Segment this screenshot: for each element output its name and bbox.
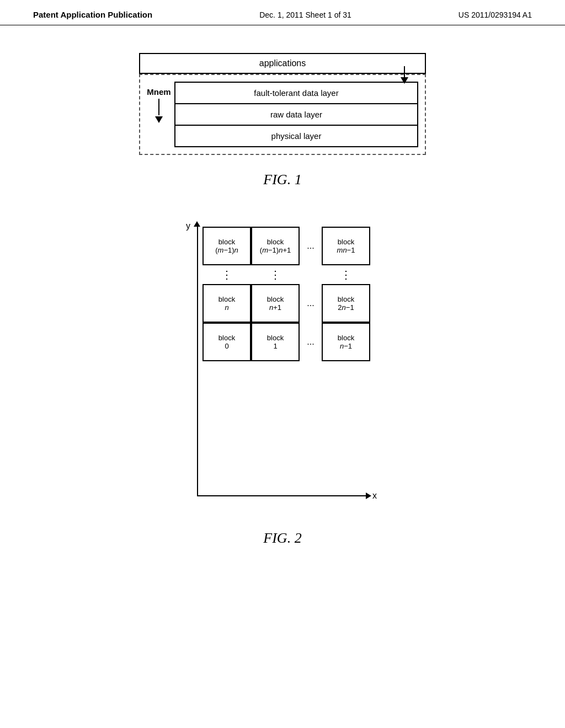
fig2-section: y x block(m−1)n block(m−1)n+1 ...	[33, 216, 532, 569]
vdots-3: ⋮	[322, 265, 370, 284]
block-n1-label: blockn+1	[267, 295, 284, 312]
block-0: block0	[202, 323, 251, 361]
y-axis-arrow	[194, 221, 200, 227]
arrow-shaft	[158, 99, 159, 115]
x-axis-arrow	[366, 493, 371, 499]
publication-title: Patent Application Publication	[33, 10, 152, 19]
physical-layer: physical layer	[175, 126, 417, 146]
block-n: blockn	[202, 284, 251, 323]
vdots-row: ⋮ ⋮ ⋮	[202, 265, 370, 284]
fig2-caption: FIG. 2	[263, 530, 301, 547]
vdots-2: ⋮	[251, 265, 300, 284]
fault-tolerant-label: fault-tolerant data layer	[254, 88, 338, 98]
mnem-label-area: Mnem	[147, 82, 174, 147]
vdots-1: ⋮	[202, 265, 251, 284]
fig1-section: applications Mnem	[33, 53, 532, 210]
layers-box: fault-tolerant data layer raw data layer…	[174, 82, 418, 147]
layers-container: fault-tolerant data layer raw data layer…	[174, 82, 418, 147]
block-m1n1-label: block(m−1)n+1	[260, 238, 291, 254]
fig1-diagram: applications Mnem	[139, 53, 426, 155]
outer-dashed-box: Mnem	[139, 74, 426, 155]
block-2n1: block2n−1	[322, 284, 370, 323]
block-row-top: block(m−1)n block(m−1)n+1 ... blockmn−1	[202, 227, 370, 265]
arrow-shaft-2	[404, 66, 405, 77]
raw-data-label: raw data layer	[270, 110, 322, 119]
block-m1n-label: block(m−1)n	[215, 238, 238, 254]
dots-sep-mid: ...	[300, 284, 322, 323]
applications-label: applications	[259, 58, 306, 68]
y-axis-line	[197, 226, 198, 496]
raw-data-layer: raw data layer	[175, 104, 417, 126]
x-axis-line	[197, 495, 368, 496]
blocks-area: block(m−1)n block(m−1)n+1 ... blockmn−1 …	[202, 227, 370, 361]
arrow-head-2	[401, 77, 408, 84]
main-content: applications Mnem	[0, 25, 565, 585]
applications-box: applications	[139, 53, 426, 74]
fig2-diagram: y x block(m−1)n block(m−1)n+1 ...	[180, 216, 385, 524]
block-mn1-label: blockmn−1	[337, 238, 355, 254]
block-m1n1: block(m−1)n+1	[251, 227, 300, 265]
block-row-mid: blockn blockn+1 ... block2n−1	[202, 284, 370, 323]
app-to-fault-arrow	[401, 66, 408, 84]
block-mn1: blockmn−1	[322, 227, 370, 265]
block-n-1-label: blockn−1	[338, 334, 354, 350]
block-m1n: block(m−1)n	[202, 227, 251, 265]
block-row-bot: block0 block1 ... blockn−1	[202, 323, 370, 361]
vdots-sep	[300, 265, 322, 284]
arrow-down	[155, 116, 163, 123]
publication-number: US 2011/0293194 A1	[459, 10, 532, 19]
block-n-label: blockn	[218, 295, 235, 312]
inner-area: Mnem	[147, 82, 418, 147]
fault-tolerant-layer: fault-tolerant data layer	[175, 83, 417, 104]
physical-label: physical layer	[271, 131, 322, 141]
block-n1: blockn+1	[251, 284, 300, 323]
block-n-1: blockn−1	[322, 323, 370, 361]
block-1-label: block1	[267, 334, 284, 350]
dots-sep-bot: ...	[300, 323, 322, 361]
publication-date-sheet: Dec. 1, 2011 Sheet 1 of 31	[259, 10, 351, 19]
fig1-caption: FIG. 1	[263, 172, 301, 188]
block-1: block1	[251, 323, 300, 361]
dots-sep-top: ...	[300, 227, 322, 265]
block-2n1-label: block2n−1	[338, 295, 354, 312]
y-axis-label: y	[186, 221, 190, 231]
x-axis-label: x	[372, 491, 377, 501]
block-0-label: block0	[218, 334, 235, 350]
page-header: Patent Application Publication Dec. 1, 2…	[0, 0, 565, 25]
mnem-text: Mnem	[147, 87, 170, 97]
